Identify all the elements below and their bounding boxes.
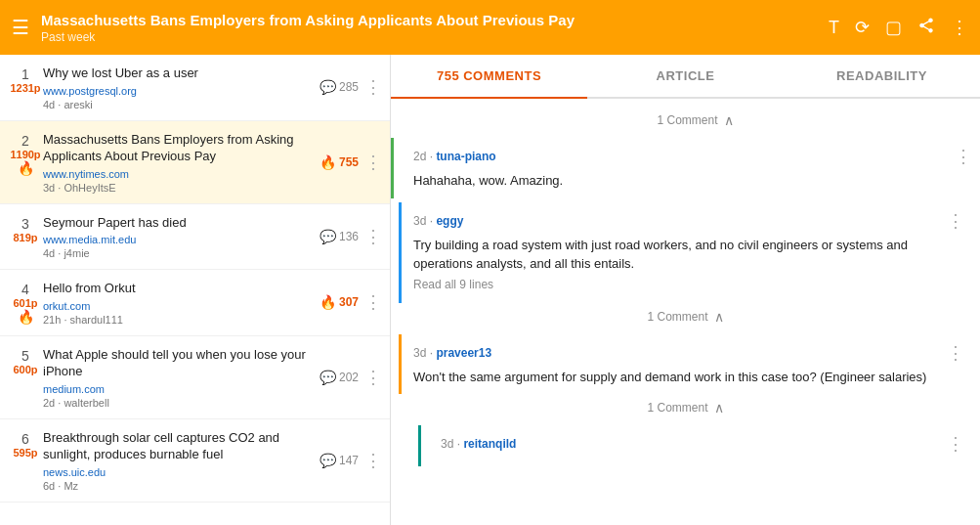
chevron-up-icon: ∧	[714, 309, 724, 325]
story-more-icon[interactable]: ⋮	[364, 291, 382, 313]
comment-more-icon[interactable]: ⋮	[955, 146, 972, 167]
comment-block-3: 3d · praveer13 ⋮ Won't the same argument…	[391, 334, 980, 422]
story-title: Hello from Orkut	[43, 280, 320, 297]
right-panel: 755 COMMENTS ARTICLE READABILITY 1 Comme…	[391, 55, 980, 525]
comment-author[interactable]: eggy	[436, 214, 463, 228]
comment-more-icon[interactable]: ⋮	[947, 210, 964, 232]
comment-icon: 💬	[320, 79, 336, 95]
story-actions: 💬 136 ⋮	[320, 214, 382, 260]
story-actions: 🔥 755 ⋮	[320, 131, 382, 194]
story-rank: 4	[21, 282, 29, 297]
story-meta: 21h · shardul111	[43, 314, 320, 326]
more-vert-icon[interactable]: ⋮	[951, 17, 968, 38]
comment-time: 3d	[413, 214, 426, 228]
story-actions: 🔥 307 ⋮	[320, 280, 382, 326]
read-more-link[interactable]: Read all 9 lines	[413, 274, 964, 295]
story-points: 1190p	[10, 149, 40, 160]
fire-icon: 🔥	[320, 154, 336, 170]
menu-icon[interactable]: ☰	[12, 16, 29, 39]
main-layout: 1 1231p Why we lost Uber as a user www.p…	[0, 55, 980, 525]
story-rank: 3	[21, 216, 29, 232]
story-item[interactable]: 4 601p 🔥 Hello from Orkut orkut.com 21h …	[0, 270, 390, 336]
story-domain: news.uic.edu	[43, 466, 320, 478]
comment-icon: 💬	[320, 229, 336, 244]
collapse-row-eggy[interactable]: 1 Comment ∧	[399, 303, 972, 330]
story-points: 600p	[13, 364, 37, 375]
comment-badge: 💬 136	[320, 229, 359, 244]
story-body: Why we lost Uber as a user www.postgresq…	[43, 65, 320, 110]
story-meta: 6d · Mz	[43, 480, 320, 492]
header: ☰ Massachusetts Bans Employers from Aski…	[0, 0, 980, 55]
comment-more-icon[interactable]: ⋮	[947, 433, 964, 455]
story-more-icon[interactable]: ⋮	[364, 367, 382, 388]
comment-block-2: 3d · eggy ⋮ Try building a road system w…	[391, 202, 980, 330]
story-rank: 5	[21, 348, 29, 364]
story-title: Breakthrough solar cell captures CO2 and…	[43, 429, 320, 463]
story-body: Hello from Orkut orkut.com 21h · shardul…	[43, 280, 320, 326]
header-actions: T ⟳ ▢ ⋮	[829, 17, 968, 39]
story-points: 601p	[13, 297, 37, 309]
story-rank-block: 2 1190p 🔥	[8, 131, 43, 194]
collapse-count: 1 Comment	[647, 310, 707, 324]
text-fields-icon[interactable]: T	[829, 18, 839, 38]
story-rank-block: 5 600p	[8, 346, 43, 409]
story-rank-block: 3 819p	[8, 214, 43, 260]
comment-meta: 3d · eggy	[413, 214, 463, 228]
comment-meta: 3d · praveer13	[413, 346, 491, 360]
story-more-icon[interactable]: ⋮	[364, 152, 382, 173]
story-item[interactable]: 2 1190p 🔥 Massachusetts Bans Employers f…	[0, 121, 390, 204]
sidebar: 1 1231p Why we lost Uber as a user www.p…	[0, 55, 391, 525]
comment-meta: 2d · tuna-piano	[413, 150, 496, 163]
story-more-icon[interactable]: ⋮	[364, 76, 382, 98]
collapse-row-praveer13[interactable]: 1 Comment ∧	[399, 394, 972, 421]
comment-header: 3d · praveer13 ⋮	[413, 342, 964, 364]
fire-icon: 🔥	[320, 294, 336, 310]
tab-article[interactable]: ARTICLE	[587, 55, 784, 97]
story-item[interactable]: 6 595p Breakthrough solar cell captures …	[0, 419, 390, 503]
fire-badge: 🔥 755	[320, 154, 359, 170]
history-icon[interactable]: ⟳	[855, 17, 870, 38]
story-body: What Apple should tell you when you lose…	[43, 346, 320, 409]
story-item[interactable]: 5 600p What Apple should tell you when y…	[0, 336, 390, 419]
comment-time: 3d	[441, 437, 453, 451]
comment-meta: 3d · reitanqild	[441, 437, 516, 451]
story-item[interactable]: 3 819p Seymour Papert has died www.media…	[0, 204, 390, 271]
tab-readability[interactable]: READABILITY	[784, 55, 980, 97]
header-title: Massachusetts Bans Employers from Asking…	[41, 11, 817, 30]
story-more-icon[interactable]: ⋮	[364, 226, 382, 247]
comment-block-4: 3d · reitanqild ⋮	[391, 425, 980, 466]
story-body: Seymour Papert has died www.media.mit.ed…	[43, 214, 320, 260]
comment-block-1: 1 Comment ∧ 2d · tuna-piano ⋮ Hahahaha, …	[391, 107, 980, 198]
story-rank-block: 1 1231p	[8, 65, 43, 110]
comment-more-icon[interactable]: ⋮	[947, 342, 964, 364]
tab-comments[interactable]: 755 COMMENTS	[391, 55, 587, 97]
story-rank: 2	[21, 133, 29, 149]
story-title: Why we lost Uber as a user	[43, 65, 320, 82]
story-rank: 1	[21, 66, 29, 82]
collapse-count: 1 Comment	[657, 113, 717, 127]
comment-author[interactable]: reitanqild	[463, 437, 516, 451]
story-title: Massachusetts Bans Employers from Asking…	[43, 131, 320, 165]
story-points: 1231p	[10, 82, 40, 94]
comment-header: 2d · tuna-piano ⋮	[413, 146, 972, 167]
story-meta: 4d · areski	[43, 99, 320, 110]
chevron-up-icon: ∧	[724, 112, 734, 128]
comment-badge: 💬 202	[320, 370, 359, 385]
comment-author[interactable]: tuna-piano	[436, 150, 495, 163]
story-points: 819p	[13, 232, 37, 243]
comment-text: Won't the same argument for supply and d…	[413, 368, 964, 387]
crop-square-icon[interactable]: ▢	[885, 17, 902, 38]
story-fire-icon: 🔥	[18, 160, 34, 176]
collapse-row[interactable]: 1 Comment ∧	[391, 107, 980, 134]
comment-item-tuna-piano: 2d · tuna-piano ⋮ Hahahaha, wow. Amazing…	[391, 138, 980, 198]
header-subtitle: Past week	[41, 30, 817, 44]
comment-text: Hahahaha, wow. Amazing.	[413, 171, 972, 191]
story-more-icon[interactable]: ⋮	[364, 450, 382, 471]
comment-item-reitanqild: 3d · reitanqild ⋮	[418, 425, 972, 466]
comments-area: 1 Comment ∧ 2d · tuna-piano ⋮ Hahahaha, …	[391, 99, 980, 525]
share-icon[interactable]	[917, 17, 935, 39]
story-meta: 4d · j4mie	[43, 247, 320, 259]
story-item[interactable]: 1 1231p Why we lost Uber as a user www.p…	[0, 55, 390, 121]
comment-author[interactable]: praveer13	[436, 346, 491, 360]
header-text: Massachusetts Bans Employers from Asking…	[41, 11, 817, 44]
